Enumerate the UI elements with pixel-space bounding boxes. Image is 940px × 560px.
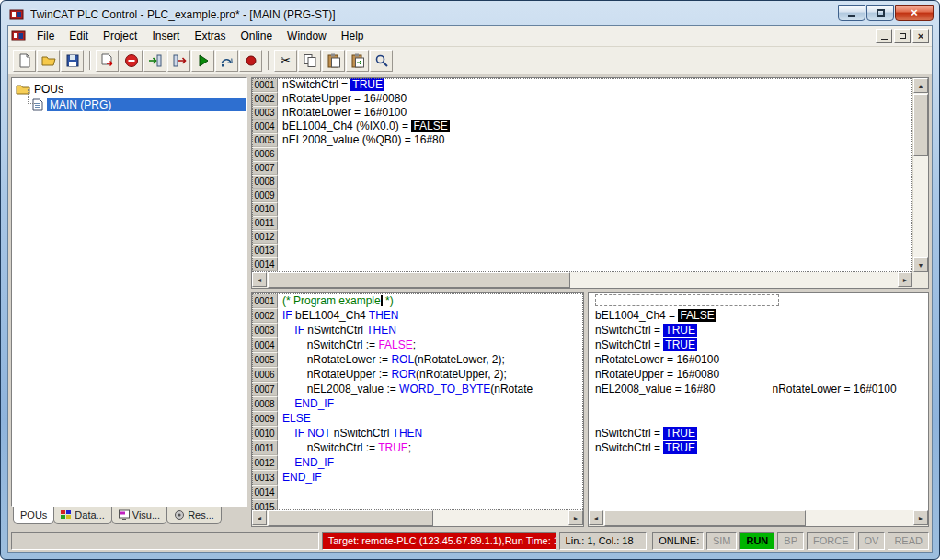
run-button[interactable] <box>191 50 214 72</box>
watch-row[interactable] <box>589 485 928 499</box>
editor-line[interactable]: 0013 <box>252 244 912 257</box>
save-button[interactable] <box>61 50 84 72</box>
mdi-minimize-button[interactable] <box>876 29 892 43</box>
close-button[interactable]: × <box>895 5 934 21</box>
watch-row[interactable] <box>589 293 928 308</box>
scrollbar-track[interactable] <box>603 510 913 526</box>
menu-extras[interactable]: Extras <box>187 27 233 45</box>
watch-row[interactable]: nSwitchCtrl = TRUE <box>589 323 928 337</box>
editor-line[interactable]: 0008 END_IF <box>252 396 583 411</box>
editor-line[interactable]: 0006 nRotateUpper := ROR(nRotateUpper, 2… <box>252 367 583 382</box>
scrollbar-thumb[interactable] <box>268 510 433 526</box>
logout-button[interactable] <box>167 50 190 72</box>
minimize-button[interactable] <box>838 5 865 21</box>
compile-button[interactable] <box>96 50 119 72</box>
scrollbar-track[interactable] <box>267 272 898 288</box>
watch-row[interactable]: nRotateUpper = 16#0080 <box>589 367 928 382</box>
tab-pous[interactable]: POUs <box>13 507 54 524</box>
editor-line[interactable]: 0010 IF NOT nSwitchCtrl THEN <box>252 426 583 440</box>
declaration-pane[interactable]: 0001nSwitchCtrl = TRUE0002nRotateUpper =… <box>251 77 929 289</box>
editor-line[interactable]: 0011 <box>252 216 912 230</box>
editor-line[interactable]: 0010 <box>252 202 912 216</box>
login-button[interactable] <box>143 50 166 72</box>
breakpoints-button[interactable] <box>239 50 262 72</box>
editor-line[interactable]: 0001(* Program example *) <box>252 293 583 308</box>
open-file-button[interactable] <box>37 50 60 72</box>
editor-line[interactable]: 0009ELSE <box>252 411 583 426</box>
tab-visu[interactable]: Visu... <box>111 507 167 524</box>
watch-row[interactable]: nSwitchCtrl = TRUE <box>589 426 928 440</box>
editor-line[interactable]: 0004 nSwitchCtrl := FALSE; <box>252 337 583 352</box>
mdi-close-button[interactable]: × <box>912 29 929 43</box>
scroll-down-button[interactable]: ▼ <box>913 257 928 272</box>
scrollbar-track[interactable] <box>267 510 568 526</box>
watch-row[interactable] <box>589 455 928 470</box>
code-editor[interactable]: 0001(* Program example *)0002IF bEL1004_… <box>252 293 583 510</box>
editor-line[interactable]: 0014 <box>252 485 583 499</box>
menu-insert[interactable]: Insert <box>144 27 187 45</box>
monitoring-pane[interactable]: bEL1004_Ch4 = FALSEnSwitchCtrl = TRUEnSw… <box>588 292 929 527</box>
menu-project[interactable]: Project <box>96 27 144 45</box>
code-pane[interactable]: 0001(* Program example *)0002IF bEL1004_… <box>251 292 584 527</box>
menu-edit[interactable]: Edit <box>62 27 96 45</box>
paste-special-button[interactable] <box>346 50 369 72</box>
tree-item-main-prg[interactable]: MAIN (PRG) <box>25 97 246 112</box>
watch-horizontal-scrollbar[interactable]: ◄ ► <box>589 510 928 526</box>
paste-button[interactable] <box>322 50 345 72</box>
scroll-up-button[interactable]: ▲ <box>913 78 928 93</box>
maximize-button[interactable] <box>866 5 894 21</box>
stop-button[interactable] <box>120 50 143 72</box>
scrollbar-thumb[interactable] <box>913 94 928 156</box>
editor-line[interactable]: 0007 nEL2008_value := WORD_TO_BYTE(nRota… <box>252 382 583 396</box>
scroll-right-button[interactable]: ► <box>898 272 912 287</box>
cut-button[interactable]: ✂ <box>274 50 297 72</box>
tab-res[interactable]: Res... <box>166 507 222 524</box>
scrollbar-thumb[interactable] <box>268 272 570 288</box>
editor-line[interactable]: 0012 <box>252 230 912 244</box>
menu-help[interactable]: Help <box>334 27 372 45</box>
editor-line[interactable]: 0003 IF nSwitchCtrl THEN <box>252 323 583 337</box>
tab-data[interactable]: Data... <box>53 507 111 524</box>
editor-line[interactable]: 0002IF bEL1004_Ch4 THEN <box>252 308 583 323</box>
watch-row[interactable]: nSwitchCtrl = TRUE <box>589 337 928 352</box>
monitoring-list[interactable]: bEL1004_Ch4 = FALSEnSwitchCtrl = TRUEnSw… <box>589 293 928 510</box>
editor-line[interactable]: 0008 <box>252 175 912 189</box>
scroll-left-button[interactable]: ◄ <box>589 510 603 525</box>
editor-line[interactable]: 0013END_IF <box>252 470 583 485</box>
step-button[interactable] <box>215 50 238 72</box>
editor-line[interactable]: 0006 <box>252 147 912 161</box>
menu-file[interactable]: File <box>29 27 62 45</box>
watch-row[interactable]: nEL2008_value = 16#80nRotateLower = 16#0… <box>589 382 928 396</box>
editor-line[interactable]: 0012 END_IF <box>252 455 583 470</box>
scroll-right-button[interactable]: ► <box>568 510 583 525</box>
editor-line[interactable]: 0005 nRotateLower := ROL(nRotateLower, 2… <box>252 352 583 367</box>
editor-line[interactable]: 0007 <box>252 161 912 175</box>
watch-row[interactable]: nRotateLower = 16#0100 <box>589 352 928 367</box>
scrollbar-thumb[interactable] <box>604 510 806 526</box>
menu-window[interactable]: Window <box>280 27 334 45</box>
watch-row[interactable] <box>589 411 928 426</box>
find-button[interactable] <box>370 50 393 72</box>
declaration-vertical-scrollbar[interactable]: ▲ ▼ <box>912 78 928 272</box>
mdi-restore-button[interactable] <box>894 29 911 43</box>
declaration-editor[interactable]: 0001nSwitchCtrl = TRUE0002nRotateUpper =… <box>252 78 912 272</box>
copy-button[interactable] <box>298 50 321 72</box>
scrollbar-track[interactable] <box>913 93 928 257</box>
title-bar[interactable]: TwinCAT PLC Control - PLC_example.pro* -… <box>1 1 939 25</box>
editor-line[interactable]: 0003nRotateLower = 16#0100 <box>252 106 912 120</box>
declaration-horizontal-scrollbar[interactable]: ◄ ► <box>252 272 912 288</box>
scroll-right-button[interactable]: ► <box>913 510 928 525</box>
menu-online[interactable]: Online <box>233 27 280 45</box>
tree-item-pous[interactable]: POUs <box>16 81 246 97</box>
pou-tree[interactable]: POUs MAIN (PRG) <box>11 77 247 507</box>
new-file-button[interactable] <box>13 50 36 72</box>
watch-input-box[interactable] <box>595 294 779 306</box>
scroll-left-button[interactable]: ◄ <box>252 510 267 525</box>
watch-row[interactable] <box>589 396 928 411</box>
code-horizontal-scrollbar[interactable]: ◄ ► <box>252 510 583 526</box>
editor-line[interactable]: 0005nEL2008_value (%QB0) = 16#80 <box>252 133 912 147</box>
editor-line[interactable]: 0015 <box>252 499 583 510</box>
watch-row[interactable]: nSwitchCtrl = TRUE <box>589 440 928 455</box>
watch-row[interactable] <box>589 470 928 485</box>
watch-row[interactable]: bEL1004_Ch4 = FALSE <box>589 308 928 323</box>
